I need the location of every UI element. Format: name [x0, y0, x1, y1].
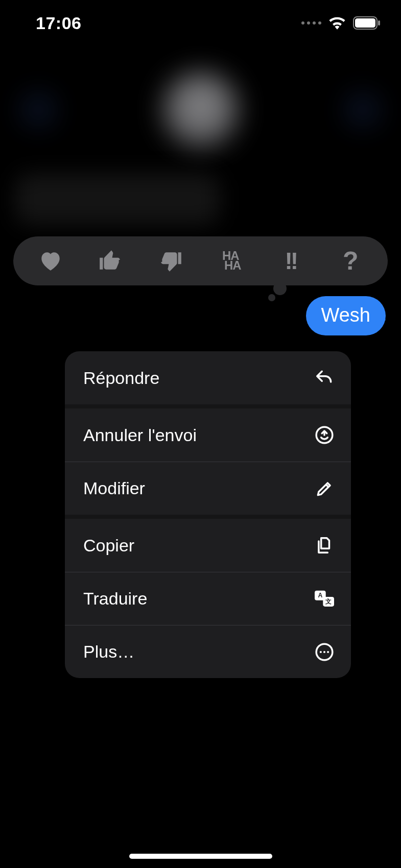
exclaim-icon: !! [285, 247, 296, 275]
tapback-heart[interactable] [33, 243, 68, 279]
menu-undo-send-label: Annuler l'envoi [83, 425, 197, 445]
tapback-question[interactable]: ? [333, 243, 368, 279]
tapback-bar: HAHA !! ? [13, 236, 388, 285]
status-time: 17:06 [36, 13, 81, 33]
blurred-message [15, 174, 220, 225]
menu-reply[interactable]: Répondre [65, 351, 351, 404]
menu-more[interactable]: Plus… [65, 625, 351, 678]
svg-rect-2 [378, 20, 380, 26]
svg-text:A: A [318, 592, 322, 599]
reply-icon [314, 368, 335, 388]
menu-copy[interactable]: Copier [65, 519, 351, 572]
sent-message-text: Wesh [321, 304, 370, 326]
menu-reply-label: Répondre [83, 368, 159, 388]
undo-icon [314, 425, 335, 445]
more-icon [314, 642, 335, 662]
battery-icon [353, 16, 381, 30]
menu-translate[interactable]: Traduire A文 [65, 572, 351, 625]
blurred-conversation-header [0, 51, 401, 163]
tapback-thumbs-down[interactable] [153, 243, 188, 279]
svg-point-9 [320, 650, 322, 653]
status-indicators [301, 16, 381, 30]
thumbs-up-icon [98, 248, 123, 274]
copy-icon [314, 535, 335, 556]
svg-point-11 [327, 650, 329, 653]
menu-translate-label: Traduire [83, 589, 147, 609]
thumbs-down-icon [158, 248, 183, 274]
wifi-icon [328, 16, 346, 30]
messages-context-screen: 17:06 HAHA !! ? [0, 0, 401, 868]
menu-copy-label: Copier [83, 536, 134, 556]
svg-rect-1 [355, 18, 375, 28]
menu-undo-send[interactable]: Annuler l'envoi [65, 408, 351, 462]
translate-icon: A文 [314, 589, 335, 609]
menu-edit-label: Modifier [83, 478, 145, 498]
tapback-thumbs-up[interactable] [92, 243, 128, 279]
menu-edit[interactable]: Modifier [65, 462, 351, 515]
svg-text:文: 文 [325, 598, 332, 605]
haha-icon: HAHA [220, 251, 241, 270]
home-indicator[interactable] [129, 854, 272, 859]
question-icon: ? [343, 246, 359, 276]
pencil-icon [314, 478, 335, 499]
cellular-signal-icon [301, 21, 321, 25]
tapback-exclaim[interactable]: !! [273, 243, 309, 279]
status-bar: 17:06 [0, 0, 401, 51]
heart-icon [38, 248, 63, 274]
svg-point-10 [323, 650, 325, 653]
tapback-tail [268, 282, 289, 302]
tapback-haha[interactable]: HAHA [213, 243, 248, 279]
message-context-menu: Répondre Annuler l'envoi Modifier Copier [65, 351, 351, 678]
menu-more-label: Plus… [83, 642, 134, 662]
